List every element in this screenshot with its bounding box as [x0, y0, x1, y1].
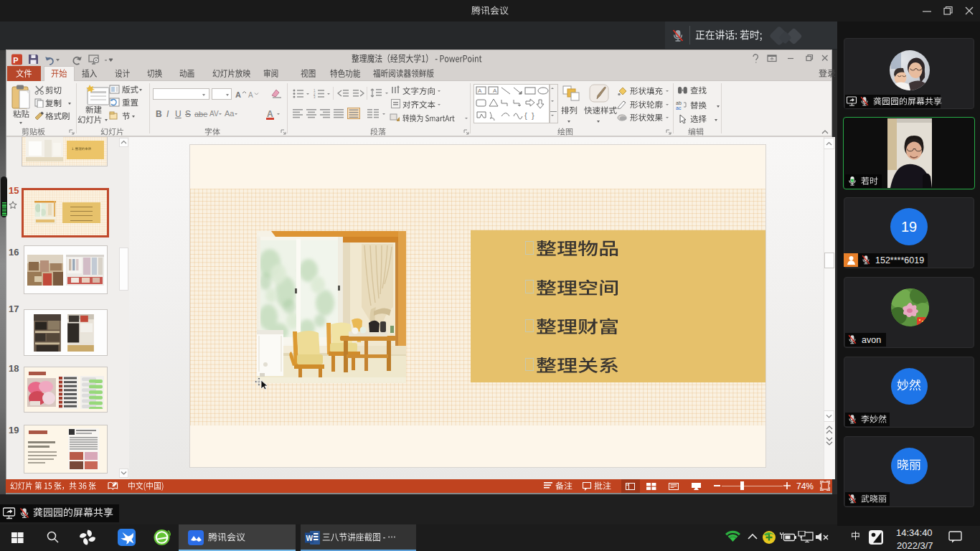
- svg-text:A: A: [493, 88, 497, 94]
- svg-text:P: P: [13, 56, 18, 65]
- svg-text:W: W: [306, 534, 314, 542]
- svg-text:}: }: [532, 111, 534, 120]
- svg-text:A: A: [478, 88, 482, 94]
- svg-text:ac: ac: [676, 105, 682, 110]
- svg-text:{: {: [524, 111, 527, 120]
- svg-text:3: 3: [314, 95, 316, 98]
- svg-text:ab: ab: [676, 100, 682, 105]
